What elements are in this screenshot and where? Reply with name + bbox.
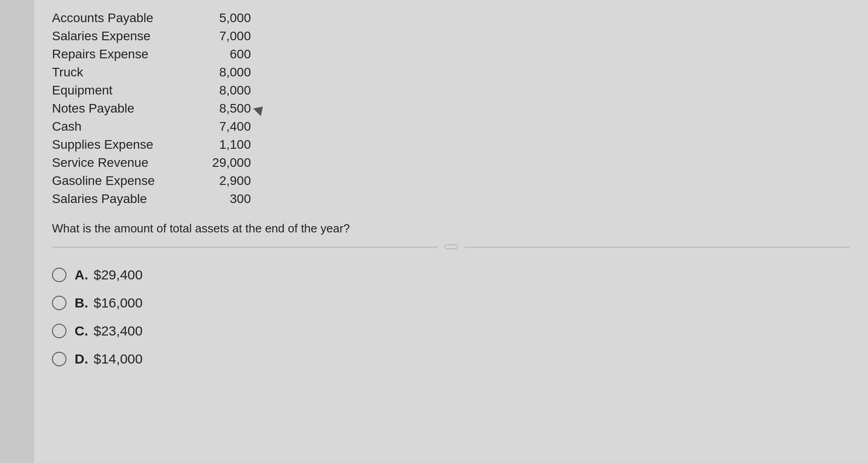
account-name: Supplies Expense	[52, 137, 197, 152]
option-value: $14,000	[94, 351, 142, 367]
page-container: Accounts Payable5,000Salaries Expense7,0…	[0, 0, 868, 463]
divider-line-right	[465, 247, 850, 247]
account-row: Salaries Payable300	[52, 190, 850, 208]
account-row: Equipment8,000	[52, 81, 850, 99]
answer-options: A.$29,400B.$16,000C.$23,400D.$14,000	[52, 267, 850, 367]
account-value: 1,100	[197, 137, 251, 152]
account-name: Notes Payable	[52, 101, 197, 116]
option-letter: B.	[75, 295, 88, 311]
account-row: Cash7,400	[52, 118, 850, 136]
account-value: 29,000	[197, 156, 251, 170]
divider-container	[52, 245, 850, 249]
radio-button[interactable]	[52, 324, 66, 338]
answer-option-d[interactable]: D.$14,000	[52, 351, 850, 367]
account-value: 600	[197, 47, 251, 61]
account-row: Supplies Expense1,100	[52, 136, 850, 154]
option-letter: A.	[75, 267, 88, 283]
account-name: Salaries Expense	[52, 29, 197, 43]
account-value: 7,400	[197, 119, 251, 134]
account-value: 5,000	[197, 11, 251, 25]
radio-button[interactable]	[52, 296, 66, 310]
answer-option-a[interactable]: A.$29,400	[52, 267, 850, 283]
option-value: $23,400	[94, 323, 142, 339]
account-value: 8,500	[197, 101, 251, 116]
radio-button[interactable]	[52, 268, 66, 282]
account-name: Accounts Payable	[52, 11, 197, 25]
divider-line-left	[52, 247, 438, 247]
account-row: Salaries Expense7,000	[52, 27, 850, 45]
account-row: Gasoline Expense2,900	[52, 172, 850, 190]
left-sidebar	[0, 0, 34, 463]
account-name: Gasoline Expense	[52, 174, 197, 188]
account-value: 7,000	[197, 29, 251, 43]
radio-inner	[56, 300, 62, 306]
option-letter: D.	[75, 351, 88, 367]
account-row: Repairs Expense600	[52, 45, 850, 63]
account-row: Truck8,000	[52, 63, 850, 81]
divider-dots[interactable]	[444, 245, 458, 249]
account-value: 300	[197, 192, 251, 206]
radio-inner	[56, 272, 62, 278]
option-value: $16,000	[94, 295, 142, 311]
account-name: Cash	[52, 119, 197, 134]
account-name: Repairs Expense	[52, 47, 197, 61]
account-row: Service Revenue29,000	[52, 154, 850, 172]
account-value: 2,900	[197, 174, 251, 188]
account-row: Notes Payable8,500	[52, 99, 850, 118]
account-table: Accounts Payable5,000Salaries Expense7,0…	[52, 9, 850, 208]
main-content: Accounts Payable5,000Salaries Expense7,0…	[34, 0, 868, 463]
radio-inner	[56, 356, 62, 362]
answer-option-c[interactable]: C.$23,400	[52, 323, 850, 339]
account-name: Salaries Payable	[52, 192, 197, 206]
account-value: 8,000	[197, 65, 251, 80]
account-name: Service Revenue	[52, 156, 197, 170]
radio-inner	[56, 328, 62, 334]
answer-option-b[interactable]: B.$16,000	[52, 295, 850, 311]
account-name: Truck	[52, 65, 197, 80]
account-value: 8,000	[197, 83, 251, 98]
cursor-icon	[253, 103, 267, 116]
option-letter: C.	[75, 323, 88, 339]
question-text: What is the amount of total assets at th…	[52, 222, 850, 236]
radio-button[interactable]	[52, 352, 66, 366]
account-row: Accounts Payable5,000	[52, 9, 850, 27]
option-value: $29,400	[94, 267, 142, 283]
account-name: Equipment	[52, 83, 197, 98]
